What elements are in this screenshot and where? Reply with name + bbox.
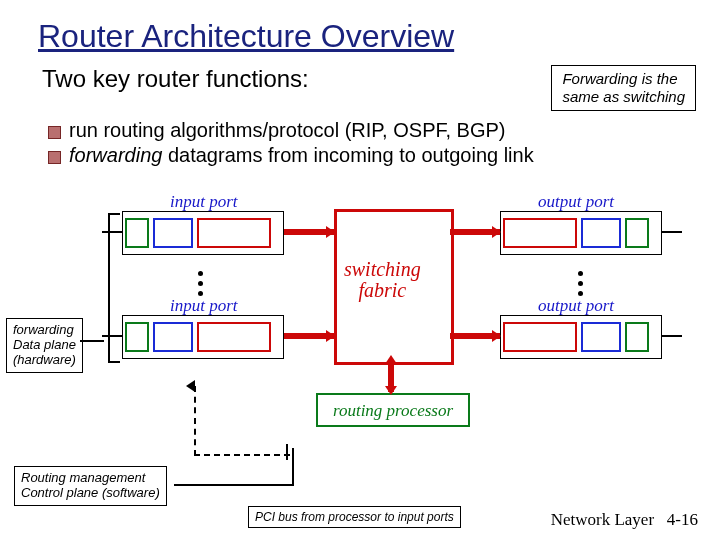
bullet-text: forwarding datagrams from incoming to ou… <box>69 144 534 167</box>
switching-label: switching fabric <box>344 259 421 301</box>
footer-section: Network Layer <box>551 510 654 529</box>
bullet-item: forwarding datagrams from incoming to ou… <box>48 144 690 167</box>
stage-link <box>153 218 193 248</box>
stage-queue <box>503 322 577 352</box>
bullet-icon <box>48 151 61 164</box>
connector-line <box>80 340 104 342</box>
connector-line <box>292 448 294 486</box>
input-port-label: input port <box>170 192 238 212</box>
input-port-bottom <box>122 315 284 359</box>
stage-phy <box>125 218 149 248</box>
subtitle-row: Two key router functions: Forwarding is … <box>0 61 720 111</box>
bullet-text: run routing algorithms/protocol (RIP, OS… <box>69 119 505 142</box>
slide-footer: Network Layer 4-16 <box>551 510 698 530</box>
stage-queue <box>503 218 577 248</box>
connector-line <box>174 484 294 486</box>
output-port-bottom <box>500 315 662 359</box>
stage-queue <box>197 322 271 352</box>
input-port-label: input port <box>170 296 238 316</box>
arrowhead-icon <box>186 380 195 392</box>
bullet-item: run routing algorithms/protocol (RIP, OS… <box>48 119 690 142</box>
bullet-list: run routing algorithms/protocol (RIP, OS… <box>0 111 720 175</box>
stage-phy <box>125 322 149 352</box>
footer-page: 4-16 <box>667 510 698 529</box>
input-port-top <box>122 211 284 255</box>
pci-note: PCI bus from processor to input ports <box>248 506 461 528</box>
bullet-emph: forwarding <box>69 144 162 166</box>
output-port-top <box>500 211 662 255</box>
routing-processor: routing processor <box>316 393 470 427</box>
stage-phy <box>625 218 649 248</box>
ellipsis-dots <box>578 271 583 296</box>
bullet-rest: datagrams from incoming to outgoing link <box>162 144 533 166</box>
routing-mgmt-note: Routing management Control plane (softwa… <box>14 466 167 506</box>
arrowhead-icon <box>326 330 335 342</box>
arrowhead-icon <box>385 355 397 364</box>
bullet-icon <box>48 126 61 139</box>
dashed-connector <box>194 386 290 456</box>
stage-phy <box>625 322 649 352</box>
stage-link <box>581 322 621 352</box>
subtitle: Two key router functions: <box>42 65 511 93</box>
note-box: Forwarding is the same as switching <box>551 65 696 111</box>
wire <box>662 335 682 337</box>
wire <box>662 231 682 233</box>
stage-queue <box>197 218 271 248</box>
forwarding-plane-note: forwarding Data plane (hardware) <box>6 318 83 373</box>
arrowhead-icon <box>492 226 501 238</box>
wire <box>286 444 288 460</box>
ellipsis-dots <box>198 271 203 296</box>
output-port-label: output port <box>538 192 614 212</box>
slide-title: Router Architecture Overview <box>0 0 720 61</box>
stage-link <box>153 322 193 352</box>
stage-link <box>581 218 621 248</box>
arrowhead-icon <box>385 386 397 395</box>
arrowhead-icon <box>326 226 335 238</box>
output-port-label: output port <box>538 296 614 316</box>
arrowhead-icon <box>492 330 501 342</box>
bracket <box>108 213 120 363</box>
